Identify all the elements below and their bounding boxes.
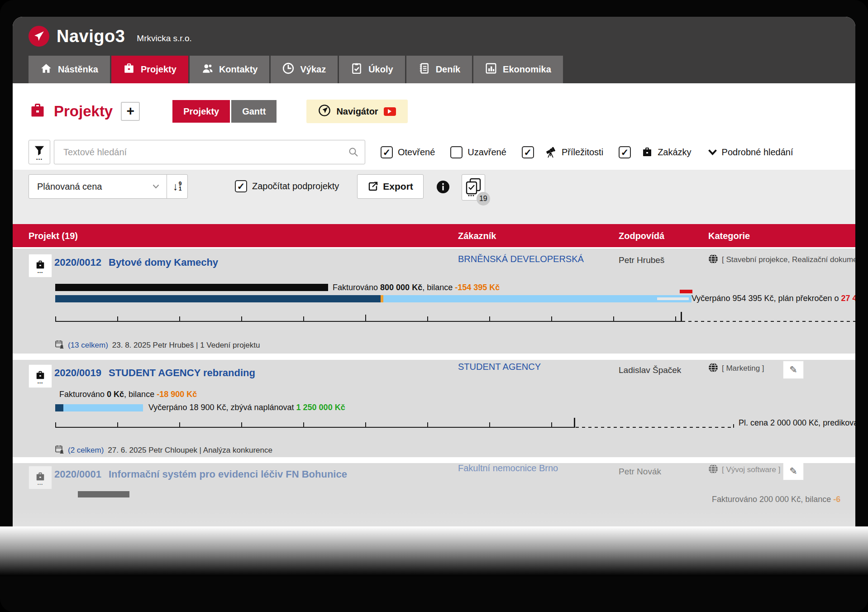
notebook-icon: [418, 62, 430, 76]
company-name: Mrkvicka s.r.o.: [137, 33, 191, 43]
project-link[interactable]: 2020/0001Informační systém pro evidenci …: [54, 469, 347, 480]
edit-category-button[interactable]: ✎: [783, 463, 804, 480]
tab-nastenka[interactable]: Nástěnka: [29, 56, 110, 83]
users-icon: [201, 62, 213, 76]
checkbox-orders[interactable]: ✓: [619, 146, 631, 158]
sort-by-select[interactable]: Plánovaná cena: [29, 175, 167, 198]
calendar-person-icon: [55, 340, 64, 351]
project-row-2: … 2020/0019STUDENT AGENCY rebranding STU…: [13, 360, 855, 457]
checkbox-closed[interactable]: [450, 146, 463, 158]
telescope-icon: [545, 146, 557, 158]
page-title-row: Projekty + Projekty Gantt Navigátor: [29, 100, 855, 123]
label-open: Otevřené: [398, 147, 435, 158]
category-cell: [ Marketing ]: [708, 363, 781, 374]
meta-line: (13 celkem) 23. 8. 2025 Petr Hrubeš | 1 …: [55, 340, 260, 351]
app-brand: Navigo3: [57, 27, 125, 46]
project-row-1: … 2020/0012Bytové domy Kamechy BRNĚNSKÁ …: [13, 249, 855, 354]
edit-category-button[interactable]: ✎: [783, 361, 804, 379]
invoiced-bar: [55, 284, 328, 291]
export-button[interactable]: Export: [357, 174, 424, 199]
add-project-button[interactable]: +: [121, 102, 140, 121]
timeline-ruler: [55, 421, 855, 433]
checkbox-opportunities[interactable]: ✓: [522, 146, 534, 158]
owner-name: Petr Novák: [619, 467, 661, 477]
owner-name: Petr Hrubeš: [619, 255, 664, 265]
project-menu-button[interactable]: …: [29, 364, 52, 388]
label-closed: Uzavřené: [467, 147, 506, 158]
activities-count-link[interactable]: (13 celkem): [68, 341, 108, 350]
timeline-ruler: [55, 316, 855, 327]
export-icon: [367, 181, 378, 192]
project-menu-button[interactable]: …: [29, 254, 52, 277]
clipboard-check-icon: [351, 62, 362, 76]
activities-count-link[interactable]: (2 celkem): [68, 446, 104, 455]
tab-ekonomika[interactable]: Ekonomika: [473, 56, 563, 83]
project-link[interactable]: 2020/0019STUDENT AGENCY rebranding: [54, 367, 255, 379]
customer-link[interactable]: Fakultní nemocnice Brno: [458, 463, 558, 473]
chevron-down-icon: [153, 184, 159, 189]
spent-label: Vyčerpáno 954 395 Kč, plán překročen o 2…: [692, 294, 855, 303]
col-header-owner: Zodpovídá: [619, 231, 664, 241]
page-title: Projekty: [54, 103, 113, 120]
search-icon: [348, 147, 359, 159]
customer-link[interactable]: STUDENT AGENCY: [458, 362, 541, 372]
navigo-logo-icon: [29, 26, 49, 47]
tab-kontakty[interactable]: Kontakty: [190, 56, 270, 83]
filter-row: … ✓ Otevřené Uzavřené ✓ Příležitosti ✓ Z…: [29, 140, 855, 164]
screenshot-frame: Navigo3 Mrkvicka s.r.o. Nástěnka Projekt…: [0, 0, 868, 612]
sort-controls-band: Plánovaná cena ↓ 91 ✓ Započítat podproje…: [13, 170, 855, 224]
projects-briefcase-icon: [29, 102, 47, 120]
view-toggle: Projekty Gantt: [172, 100, 277, 123]
invoiced-label: Fakturováno 0 Kč, bilance -18 900 Kč: [59, 390, 197, 399]
bottom-glow: [0, 526, 868, 576]
globe-icon: [708, 254, 718, 266]
col-header-project: Projekt (19): [29, 231, 78, 241]
project-row-3: … 2020/0001Informační systém pro evidenc…: [13, 463, 855, 526]
app-window: Navigo3 Mrkvicka s.r.o. Nástěnka Projekt…: [13, 17, 855, 526]
advanced-search-toggle[interactable]: Podrobné hledání: [708, 147, 793, 158]
filter-funnel-button[interactable]: …: [29, 140, 50, 164]
invoiced-label: Fakturováno 800 000 Kč, bilance -154 395…: [333, 283, 500, 292]
chevron-down-icon: [708, 149, 717, 156]
category-cell: [ Vývoj software ]: [708, 464, 781, 476]
batch-copy-button[interactable]: 19: [462, 174, 485, 201]
sort-direction-button[interactable]: ↓ 91: [167, 175, 187, 198]
home-icon: [40, 62, 52, 76]
info-icon[interactable]: [436, 180, 450, 196]
clock-icon: [282, 62, 294, 76]
project-menu-button[interactable]: …: [29, 466, 52, 489]
plan-price-label: Pl. cena 2 000 000 Kč, predikovaná: [739, 418, 855, 428]
app-header: Navigo3 Mrkvicka s.r.o.: [13, 17, 855, 56]
customer-link[interactable]: BRNĚNSKÁ DEVELOPERSKÁ: [458, 254, 584, 264]
label-orders: Zakázky: [658, 147, 691, 158]
navigator-compass-icon: [318, 104, 331, 119]
orders-briefcase-icon: [642, 147, 653, 158]
invoiced-bar: [78, 491, 129, 497]
meta-line: (2 celkem) 27. 6. 2025 Petr Chloupek | A…: [55, 445, 272, 456]
spent-bar: [55, 295, 692, 302]
search-input[interactable]: [54, 140, 365, 164]
view-gantt-button[interactable]: Gantt: [231, 100, 277, 123]
project-link[interactable]: 2020/0012Bytové domy Kamechy: [54, 257, 218, 268]
view-projekty-button[interactable]: Projekty: [172, 100, 230, 123]
col-header-customer: Zákazník: [458, 231, 496, 241]
invoiced-label: Fakturováno 200 000 Kč, bilance -6: [712, 495, 855, 504]
tab-vykaz[interactable]: Výkaz: [271, 56, 338, 83]
category-cell: [ Stavební projekce, Realizační dokument…: [708, 254, 855, 266]
youtube-icon: [384, 107, 396, 116]
checkbox-open[interactable]: ✓: [381, 146, 393, 158]
spent-label: Vyčerpáno 18 900 Kč, zbývá naplánovat 1 …: [148, 403, 345, 412]
owner-name: Ladislav Špaček: [619, 365, 681, 375]
col-header-category: Kategorie: [708, 231, 750, 241]
bar-chart-icon: [485, 62, 497, 76]
count-badge: 19: [477, 192, 490, 206]
tab-projekty[interactable]: Projekty: [111, 56, 188, 83]
checkbox-subprojects[interactable]: ✓: [235, 180, 247, 192]
briefcase-icon: [123, 62, 135, 76]
navigator-button[interactable]: Navigátor: [306, 100, 407, 123]
calendar-person-icon: [55, 445, 64, 456]
tab-ukoly[interactable]: Úkoly: [339, 56, 405, 83]
tab-denik[interactable]: Deník: [406, 56, 472, 83]
table-header: Projekt (19) Zákazník Zodpovídá Kategori…: [13, 224, 855, 249]
globe-icon: [708, 363, 718, 374]
